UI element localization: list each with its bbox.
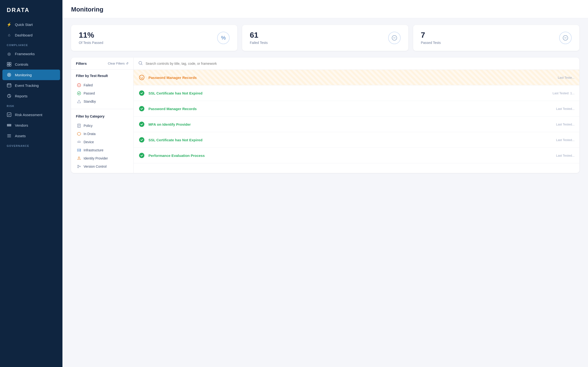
identity-provider-filter-icon [77, 156, 81, 160]
svg-rect-3 [9, 65, 11, 66]
result-row[interactable]: MFA on Identify Provider Last Tested... [134, 117, 579, 132]
sidebar-item-frameworks[interactable]: ◎ Frameworks [0, 49, 62, 59]
clear-filters-button[interactable]: Clear Filters ↺ [108, 62, 129, 65]
result-status-icon-passed [138, 90, 145, 96]
svg-point-22 [80, 151, 80, 151]
filter-label-standby: Standby [84, 100, 96, 103]
sidebar-item-label: Event Tracking [15, 83, 39, 88]
sidebar-item-vendors[interactable]: Vendors [0, 120, 62, 131]
stat-label-passed-tests: Passed Tests [421, 41, 441, 45]
risk-assessment-icon [7, 112, 11, 117]
stat-value-failed-tests: 61 [250, 31, 268, 39]
filter-by-category-title: Filter by Category [76, 114, 129, 118]
svg-point-31 [141, 77, 141, 77]
result-last-tested: Last Tested... [556, 123, 575, 126]
search-bar [134, 58, 579, 70]
stat-label-tests-passed: Of Tests Passed [79, 41, 103, 45]
svg-point-6 [9, 75, 9, 75]
sidebar-item-label: Vendors [15, 123, 28, 127]
result-row[interactable]: Password Manager Records Last Tested... [134, 101, 579, 117]
search-input[interactable] [146, 62, 575, 66]
svg-point-21 [80, 149, 80, 150]
infrastructure-filter-icon [77, 148, 81, 152]
device-filter-icon [77, 140, 81, 144]
result-name: SSL Certificate has Not Expired [148, 138, 553, 142]
frameworks-icon: ◎ [7, 51, 11, 56]
stat-label-failed-tests: Failed Tests [250, 41, 268, 45]
filter-by-test-result-section: Filter by Test Result Failed Passed [71, 70, 133, 108]
svg-point-34 [139, 106, 144, 111]
filter-divider [71, 109, 133, 109]
result-row[interactable]: SSL Certificate has Not Expired Last Tes… [134, 85, 579, 101]
sidebar-item-assets[interactable]: Assets [0, 131, 62, 141]
reports-icon [7, 93, 11, 98]
stats-row: 11% Of Tests Passed % 61 Failed Tests 7 … [71, 25, 579, 51]
filter-item-in-drata[interactable]: In Drata [76, 130, 129, 138]
filter-label-infrastructure: Infrastructure [84, 148, 103, 152]
sidebar-item-event-tracking[interactable]: Event Tracking [0, 80, 62, 91]
result-name: Performance Evaluation Process [148, 153, 553, 158]
event-tracking-icon [7, 83, 11, 88]
quick-start-icon: ⚡ [7, 22, 11, 27]
result-row[interactable]: SSL Certificate has Not Expired Last Tes… [134, 132, 579, 148]
result-last-tested: Last Tested... [556, 138, 575, 142]
sidebar-item-label: Monitoring [15, 73, 32, 77]
sidebar-item-controls[interactable]: Controls [0, 59, 62, 70]
filter-label-device: Device [84, 140, 94, 144]
sidebar-item-risk-assessment[interactable]: Risk Assessment [0, 109, 62, 120]
page-header: Monitoring [62, 0, 588, 18]
dashboard-icon: ⌂ [7, 33, 11, 37]
filter-label-policy: Policy [84, 124, 93, 128]
svg-rect-2 [7, 65, 9, 66]
stat-value-tests-passed: 11% [79, 31, 103, 39]
filter-item-version-control[interactable]: Version Control [76, 162, 129, 171]
clear-filters-label: Clear Filters [108, 62, 125, 65]
policy-filter-icon [77, 124, 81, 128]
svg-rect-1 [9, 62, 11, 64]
svg-point-35 [139, 122, 144, 127]
sidebar-item-quick-start[interactable]: ⚡ Quick Start [0, 19, 62, 30]
vendors-icon [7, 123, 11, 128]
section-label-compliance: COMPLIANCE [0, 40, 62, 49]
refresh-icon: ↺ [126, 62, 129, 65]
svg-marker-16 [77, 100, 81, 103]
filter-item-device[interactable]: Device [76, 138, 129, 146]
standby-filter-icon [77, 99, 81, 104]
svg-point-29 [139, 61, 142, 64]
filter-item-infrastructure[interactable]: Infrastructure [76, 146, 129, 154]
content-area: Filters Clear Filters ↺ Filter by Test R… [71, 58, 579, 173]
sidebar-item-label: Risk Assessment [15, 113, 42, 117]
passed-filter-icon [77, 91, 81, 95]
result-status-icon-warning [138, 74, 145, 81]
filter-label-version-control: Version Control [84, 165, 107, 168]
filter-by-result-title: Filter by Test Result [76, 74, 129, 78]
sidebar-item-label: Controls [15, 62, 28, 67]
stat-card-passed-tests: 7 Passed Tests [413, 25, 579, 51]
sidebar-item-reports[interactable]: Reports [0, 91, 62, 101]
result-status-icon-passed [138, 121, 145, 128]
result-status-icon-passed [138, 152, 145, 159]
filter-item-failed[interactable]: Failed [76, 81, 129, 89]
sidebar-item-label: Assets [15, 134, 26, 138]
section-label-risk: RISK [0, 101, 62, 109]
result-row[interactable]: Performance Evaluation Process Last Test… [134, 148, 579, 163]
result-name: SSL Certificate has Not Expired [148, 91, 549, 95]
filter-label-identity-provider: Identity Provider [84, 156, 108, 160]
result-last-tested: Last Tested... [556, 154, 575, 157]
filter-item-policy[interactable]: Policy [76, 122, 129, 130]
stat-icon-failed-tests [388, 32, 401, 44]
result-status-icon-passed [138, 136, 145, 143]
filter-item-standby[interactable]: Standby [76, 97, 129, 106]
stat-icon-tests-passed: % [217, 32, 230, 44]
result-row[interactable]: Password Manager Records Last Teste... [134, 70, 579, 85]
result-status-icon-passed [138, 105, 145, 112]
filter-item-passed[interactable]: Passed [76, 89, 129, 97]
filter-panel-title: Filters [76, 61, 87, 66]
filter-item-identity-provider[interactable]: Identity Provider [76, 154, 129, 162]
page-title: Monitoring [71, 6, 579, 13]
sidebar-item-monitoring[interactable]: Monitoring [2, 70, 60, 80]
sidebar-item-dashboard[interactable]: ⌂ Dashboard [0, 30, 62, 40]
stat-card-failed-tests: 61 Failed Tests [242, 25, 408, 51]
in-drata-filter-icon [77, 132, 81, 136]
version-control-filter-icon [77, 164, 81, 169]
